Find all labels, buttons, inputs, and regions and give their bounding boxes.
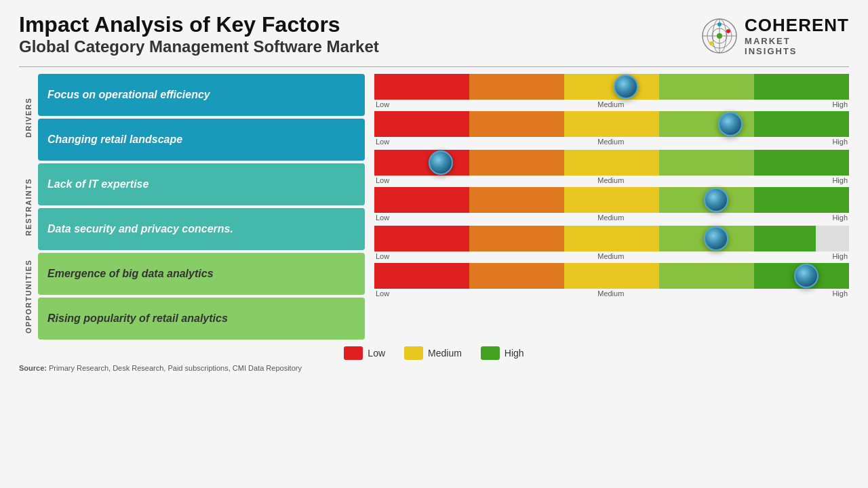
factor-text-opportunity-1: Emergence of big data analytics	[47, 268, 214, 280]
main-title: Impact Analysis of Key Factors	[19, 12, 379, 37]
legend-label-low: Low	[368, 348, 385, 359]
seg-red-d1	[374, 74, 469, 100]
seg-yellow-o2	[564, 263, 659, 289]
seg-yellow-r2	[564, 187, 659, 213]
svg-point-9	[709, 41, 713, 45]
seg-yellow-o1	[564, 226, 659, 251]
label-low-r1: Low	[376, 176, 389, 184]
svg-point-8	[726, 29, 730, 33]
factor-row-opportunity-2: Rising popularity of retail analytics	[38, 298, 365, 340]
page-container: Impact Analysis of Key Factors Global Ca…	[0, 0, 868, 488]
factor-text-driver-1: Focus on operational efficiency	[47, 89, 210, 101]
bar-labels-restraint-1: Low Medium High	[374, 176, 849, 184]
seg-lgreen-r1	[659, 150, 754, 176]
seg-red-d2	[374, 111, 469, 137]
drivers-label: DRIVERS	[19, 74, 38, 161]
drivers-factors: Focus on operational efficiency Changing…	[38, 74, 365, 161]
logo-name: COHERENT	[745, 15, 849, 36]
label-high-r2: High	[832, 214, 848, 222]
label-high-o2: High	[832, 289, 848, 298]
bar-row-opportunity-1: Low Medium High	[374, 226, 849, 260]
seg-yellow-r1	[564, 150, 659, 176]
seg-yellow-d1	[564, 74, 659, 100]
title-block: Impact Analysis of Key Factors Global Ca…	[19, 12, 379, 57]
seg-orange-r2	[469, 187, 564, 213]
factor-row-driver-1: Focus on operational efficiency	[38, 74, 365, 116]
seg-green-r2	[754, 187, 849, 213]
label-medium-r2: Medium	[597, 214, 624, 222]
factor-text-driver-2: Changing retail landscape	[47, 134, 182, 146]
bar-track-restraint-1	[374, 150, 849, 176]
seg-orange-o2	[469, 263, 564, 289]
divider	[19, 66, 849, 68]
bar-row-driver-1: Low Medium High	[374, 74, 849, 108]
bar-labels-opportunity-1: Low Medium High	[374, 252, 849, 260]
legend-swatch-high	[481, 346, 500, 360]
seg-lgreen-o2	[659, 263, 754, 289]
legend-swatch-low	[344, 346, 363, 360]
source-line: Source: Primary Research, Desk Research,…	[19, 364, 849, 372]
source-label: Source:	[19, 364, 47, 372]
right-bars: Low Medium High Low Medium	[365, 74, 849, 340]
label-low-o2: Low	[376, 289, 389, 298]
bar-labels-restraint-2: Low Medium High	[374, 214, 849, 222]
legend-label-medium: Medium	[428, 348, 462, 359]
seg-red-r2	[374, 187, 469, 213]
label-high-d1: High	[832, 100, 848, 108]
bar-track-opportunity-2	[374, 263, 849, 289]
bar-row-restraint-2: Low Medium High	[374, 187, 849, 222]
chart-area: DRIVERS Focus on operational efficiency …	[19, 74, 849, 340]
restraints-label: RESTRAINTS	[19, 163, 38, 250]
bar-row-restraint-1: Low Medium High	[374, 150, 849, 184]
bar-track-opportunity-1	[374, 226, 849, 251]
bubble-restraint-1	[429, 150, 453, 175]
bubble-opportunity-1	[704, 226, 728, 251]
label-high-o1: High	[832, 252, 848, 260]
bubble-opportunity-2	[794, 264, 818, 288]
factor-row-restraint-2: Data security and privacy concerns.	[38, 208, 365, 250]
legend-row: Low Medium High	[19, 346, 849, 360]
logo-icon	[701, 18, 738, 54]
label-medium-d2: Medium	[597, 138, 624, 146]
seg-empty-o1	[816, 226, 849, 251]
seg-green-d2	[754, 111, 849, 137]
label-high-d2: High	[832, 138, 848, 146]
logo-line3: INSIGHTS	[745, 46, 797, 56]
label-low-d2: Low	[376, 138, 389, 146]
bubble-driver-1	[614, 75, 638, 99]
left-labels: DRIVERS Focus on operational efficiency …	[19, 74, 365, 340]
seg-green-r1	[754, 150, 849, 176]
bubble-driver-2	[718, 112, 743, 136]
restraints-section: RESTRAINTS Lack of IT expertise Data sec…	[19, 163, 365, 250]
logo-block: COHERENT MARKET INSIGHTS	[701, 15, 849, 56]
bar-track-driver-1	[374, 74, 849, 100]
seg-green-o1	[754, 226, 816, 251]
bubble-restraint-2	[704, 188, 728, 212]
factor-row-driver-2: Changing retail landscape	[38, 119, 365, 161]
sub-title: Global Category Management Software Mark…	[19, 37, 379, 57]
legend-medium: Medium	[404, 346, 462, 360]
seg-red-r1	[374, 150, 469, 176]
bar-track-driver-2	[374, 111, 849, 137]
seg-yellow-d2	[564, 111, 659, 137]
factor-row-opportunity-1: Emergence of big data analytics	[38, 253, 365, 295]
bar-labels-opportunity-2: Low Medium High	[374, 289, 849, 298]
svg-point-6	[717, 33, 722, 39]
seg-orange-o1	[469, 226, 564, 251]
seg-red-o1	[374, 226, 469, 251]
label-medium-d1: Medium	[597, 100, 624, 108]
legend-label-high: High	[505, 348, 524, 359]
bar-labels-driver-2: Low Medium High	[374, 138, 849, 146]
legend-low: Low	[344, 346, 385, 360]
label-medium-o1: Medium	[597, 252, 624, 260]
svg-point-7	[717, 22, 722, 26]
bar-track-restraint-2	[374, 187, 849, 213]
label-medium-o2: Medium	[597, 289, 624, 298]
seg-orange-d2	[469, 111, 564, 137]
bar-row-driver-2: Low Medium High	[374, 111, 849, 146]
header-row: Impact Analysis of Key Factors Global Ca…	[19, 12, 849, 57]
factor-text-restraint-1: Lack of IT expertise	[47, 178, 149, 190]
restraints-factors: Lack of IT expertise Data security and p…	[38, 163, 365, 250]
seg-orange-r1	[469, 150, 564, 176]
opportunities-label: OPPORTUNITIES	[19, 253, 38, 340]
